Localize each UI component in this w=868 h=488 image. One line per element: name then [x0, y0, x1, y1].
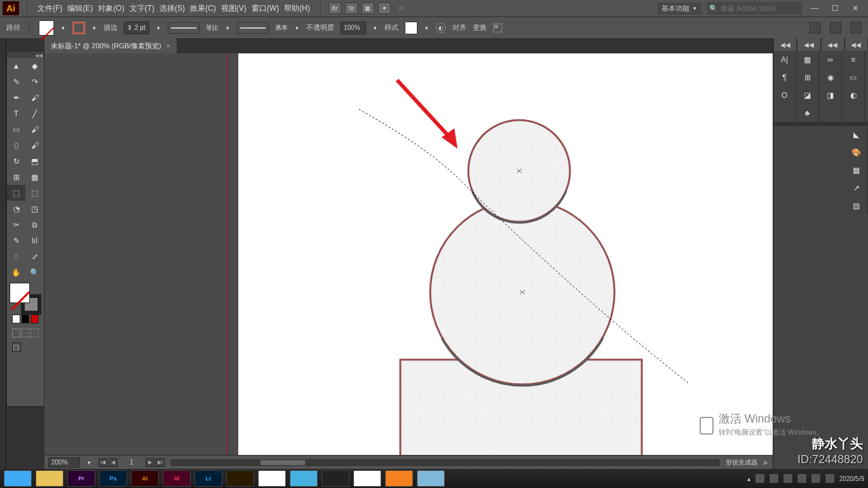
menu-帮助[interactable]: 帮助(H): [281, 3, 313, 14]
opentype-panel-icon[interactable]: O: [773, 86, 796, 104]
panel-tab[interactable]: ◀◀: [845, 38, 867, 51]
color-panel-icon[interactable]: 🎨: [845, 144, 868, 161]
tool-7[interactable]: ╱: [25, 105, 44, 121]
opacity-input[interactable]: 100%: [341, 22, 366, 34]
zoom-input[interactable]: 200%: [48, 458, 80, 468]
tray-icon[interactable]: [770, 474, 778, 483]
tool-17[interactable]: ⬚: [25, 185, 44, 201]
align-label[interactable]: 对齐: [452, 23, 466, 32]
tool-1[interactable]: ◆: [25, 58, 44, 74]
tool-15[interactable]: ▦: [25, 169, 44, 185]
tray-icon[interactable]: [783, 474, 792, 483]
menu-文件[interactable]: 文件(F): [35, 3, 65, 14]
tool-13[interactable]: ⬒: [25, 153, 44, 169]
paragraph-panel-icon[interactable]: ¶: [773, 69, 796, 86]
tool-16[interactable]: ⬚: [7, 185, 25, 201]
taskbar-app[interactable]: [36, 470, 64, 487]
taskbar-app[interactable]: [4, 470, 32, 487]
tray-icon[interactable]: [825, 474, 834, 483]
swatches-panel-icon[interactable]: ▦: [845, 161, 868, 179]
menu-对象[interactable]: 对象(O): [95, 3, 126, 14]
taskbar-app[interactable]: Ps: [99, 470, 127, 487]
transform-icon[interactable]: [493, 24, 502, 32]
tray-date[interactable]: 2020/5/9: [839, 475, 864, 482]
minimize-button[interactable]: —: [807, 3, 822, 14]
arrange-icon[interactable]: ▦: [362, 3, 374, 14]
artboard-navigation[interactable]: I◀◀ 1 ▶▶I: [98, 458, 165, 467]
tool-11[interactable]: 🖌: [25, 137, 44, 153]
stroke-weight-input[interactable]: ⇕2 pt: [124, 22, 149, 34]
draw-behind-icon[interactable]: [22, 329, 30, 337]
taskbar-app[interactable]: [417, 470, 445, 487]
sync-icon[interactable]: ⟳: [395, 3, 407, 14]
taskbar-app[interactable]: Id: [163, 470, 191, 487]
tool-14[interactable]: ⊞: [7, 169, 25, 185]
tool-27[interactable]: 🔍: [25, 264, 44, 280]
graphic-styles-panel-icon[interactable]: ◨: [819, 86, 842, 104]
tool-26[interactable]: ✋: [7, 264, 25, 280]
maximize-button[interactable]: ☐: [827, 3, 843, 14]
pathfinder-panel-icon[interactable]: ◪: [796, 86, 819, 104]
tool-12[interactable]: ↻: [7, 153, 25, 169]
taskbar-app[interactable]: [258, 470, 286, 487]
fill-swatch[interactable]: [39, 20, 54, 36]
close-tab-icon[interactable]: ×: [166, 42, 170, 50]
tool-5[interactable]: 🖌: [25, 90, 44, 105]
bridge-icon[interactable]: Br: [329, 3, 341, 14]
artboards-panel-icon[interactable]: ◐: [842, 86, 865, 104]
screen-mode-icon[interactable]: ▢: [12, 342, 21, 351]
export-panel-icon[interactable]: ↗: [845, 179, 868, 197]
taskbar-app[interactable]: [226, 470, 254, 487]
transform-panel-icon[interactable]: ⊞: [796, 69, 819, 86]
tool-22[interactable]: ✎: [7, 233, 25, 248]
stroke-swatch[interactable]: [72, 22, 85, 34]
menu-选择[interactable]: 选择(S): [157, 3, 187, 14]
graphic-style[interactable]: [405, 22, 417, 34]
taskbar-app[interactable]: [353, 470, 381, 487]
tool-4[interactable]: ✒: [7, 90, 25, 105]
shape-panel-icon[interactable]: ◣: [845, 126, 868, 144]
taskbar-app[interactable]: [322, 470, 349, 487]
search-input[interactable]: 🔍: [707, 2, 802, 15]
draw-inside-icon[interactable]: [31, 329, 39, 337]
tool-21[interactable]: ⧉: [25, 217, 44, 233]
tool-9[interactable]: 🖌: [25, 121, 44, 137]
panel-tab[interactable]: ◀◀: [797, 38, 820, 51]
collapse-icon[interactable]: ◀◀: [35, 53, 43, 57]
panel-tab[interactable]: ◀◀: [774, 38, 796, 51]
tray-icon[interactable]: [797, 474, 806, 483]
h-scrollbar[interactable]: [171, 459, 719, 466]
swatch-none[interactable]: [31, 315, 39, 323]
tool-18[interactable]: ◔: [7, 201, 25, 217]
tool-23[interactable]: lıl: [25, 233, 44, 248]
taskbar-app[interactable]: Lr: [194, 470, 222, 487]
brush-definition[interactable]: [237, 22, 269, 34]
tool-20[interactable]: ✂: [7, 217, 25, 233]
canvas[interactable]: [44, 53, 773, 455]
document-tab[interactable]: 未标题-1* @ 200% (RGB/像素预览)×: [44, 38, 177, 53]
taskbar-app[interactable]: [290, 470, 318, 487]
appearance-panel-icon[interactable]: ◉: [819, 69, 842, 86]
system-tray[interactable]: ▴ 2020/5/9: [747, 474, 864, 483]
tool-19[interactable]: ◳: [25, 201, 44, 217]
tool-0[interactable]: ▲: [7, 58, 25, 74]
panel-icon-2[interactable]: [830, 22, 841, 34]
taskbar-app[interactable]: [385, 470, 413, 487]
swatch-white[interactable]: [12, 315, 20, 323]
tray-expand-icon[interactable]: ▴: [747, 475, 750, 482]
variable-width-profile[interactable]: [168, 22, 200, 34]
taskbar-app[interactable]: Pr: [67, 470, 95, 487]
tool-8[interactable]: ▭: [7, 121, 25, 137]
tool-2[interactable]: ✎: [7, 74, 25, 90]
menu-编辑[interactable]: 编辑(E): [65, 3, 95, 14]
symbols-panel-icon[interactable]: ♣: [796, 104, 819, 122]
lines-panel-icon[interactable]: ≡: [842, 51, 865, 69]
fill-stroke-control[interactable]: [10, 283, 41, 312]
menu-效果[interactable]: 效果(C): [187, 3, 219, 14]
draw-normal-icon[interactable]: [12, 329, 20, 337]
tray-icon[interactable]: [756, 474, 764, 483]
tool-6[interactable]: T: [7, 105, 25, 121]
cc-panel-icon[interactable]: ∞: [819, 51, 842, 69]
tool-10[interactable]: ⬯: [7, 137, 25, 153]
workspace-dropdown[interactable]: 基本功能▾: [658, 3, 702, 15]
